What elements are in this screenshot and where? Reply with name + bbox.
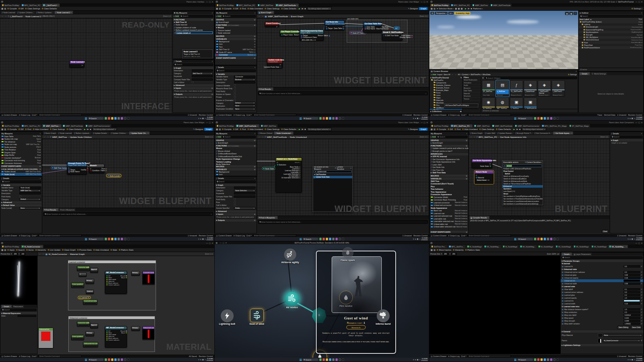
asset-tab[interactable]: M_NodeMage xyxy=(502,245,518,248)
parent-row[interactable]: Parent M_NodeConnector▾↺ xyxy=(561,338,643,343)
taskbar-app-icon[interactable] xyxy=(547,117,549,120)
taskbar-unreal-icon[interactable] xyxy=(556,238,559,240)
toolbar-button[interactable]: ⚙Compile xyxy=(7,8,17,10)
taskbar-app-icon[interactable] xyxy=(104,238,107,240)
taskbar-app-icon[interactable] xyxy=(329,117,331,120)
menu-item[interactable]: Switch on EAdvancedLoopMode xyxy=(502,180,543,183)
outliner-search[interactable]: Search xyxy=(579,15,643,18)
play-button[interactable]: ▶ xyxy=(84,128,86,130)
pin-row[interactable]: Data Table xyxy=(334,28,344,29)
variable-row[interactable]: Connector thicknessFloat xyxy=(0,162,42,165)
pin-row[interactable]: Node Name xyxy=(68,171,80,173)
reset-icon[interactable]: ↺ xyxy=(641,280,642,282)
asset-tab[interactable]: WBP_SkillTreeConnector xyxy=(84,124,111,127)
toolbar-button[interactable]: ⚙Show Inactive xyxy=(436,249,451,251)
back-icon[interactable]: ← xyxy=(1,15,4,17)
node-switch-on-nodestate[interactable]: Switch on s_NodeState ▷default ▷ Selecti… xyxy=(275,158,302,193)
function-row[interactable]: ƒNode selected xyxy=(215,32,257,35)
asset-tab[interactable]: WBP_SkillTreeNode xyxy=(489,4,512,7)
crumb-asset[interactable]: M_NodeConnector xyxy=(49,253,67,255)
preview-size-x[interactable]: 256 xyxy=(443,253,449,255)
tray-network-icon[interactable]: ▦ xyxy=(631,359,633,361)
console-input[interactable]: Enter Console Command xyxy=(39,234,82,237)
toolbar-button[interactable]: ⚙Diff xyxy=(448,128,453,130)
asset-tab[interactable]: WBP_SkillTree xyxy=(471,4,489,7)
pin-row[interactable]: Mask xyxy=(121,277,127,279)
pin-row[interactable]: Corner radiuses xyxy=(106,284,119,286)
details-search[interactable]: Search xyxy=(216,69,256,72)
taskbar-unreal-icon[interactable] xyxy=(338,358,341,361)
menu-search-input[interactable]: ✕anced xyxy=(503,164,542,167)
content-drawer-button[interactable]: ▤Content Drawer xyxy=(431,114,447,116)
taskbar-app-icon[interactable] xyxy=(547,358,549,361)
save-icon[interactable] xyxy=(1,8,3,10)
console-input[interactable]: Enter Console Command xyxy=(253,114,296,116)
taskbar-unreal-icon[interactable] xyxy=(124,358,126,361)
taskbar-app-icon[interactable] xyxy=(332,117,335,120)
skill-airborne-agility[interactable]: Airborne agility xyxy=(281,248,299,264)
graph-tab[interactable]: ƒNode Learned xyxy=(57,131,73,135)
asset-tab[interactable]: BPC_SkillTree_PC_Mage xyxy=(541,124,568,127)
toolbar-button[interactable]: ⚙Class Settings xyxy=(264,8,279,10)
menu-item[interactable]: EAdvanced xyxy=(502,185,543,188)
taskbar-clock[interactable]: 11:08 AM2/13/2024 xyxy=(206,237,213,241)
frame-skip-button[interactable]: ≫ xyxy=(301,8,303,10)
asset-tab[interactable]: MI_NodeMag... xyxy=(483,245,501,248)
taskbar-app-icon[interactable] xyxy=(117,358,120,361)
asset-tab[interactable]: BPC_SkillTree_PC× xyxy=(450,124,473,127)
tray-icon[interactable]: ● xyxy=(200,238,201,240)
browse-icon[interactable] xyxy=(434,249,435,251)
variable-row[interactable]: Learned connectorMaterial Instance xyxy=(430,201,468,204)
back-icon[interactable]: ← xyxy=(258,15,260,17)
forward-icon[interactable]: → xyxy=(262,15,264,17)
taskbar-app-icon[interactable] xyxy=(121,238,123,240)
close-icon[interactable]: × xyxy=(57,209,58,211)
asset-tab[interactable]: WBP_SkillTreeNode xyxy=(62,124,84,127)
asset-card[interactable]: ▦DT_SkillTreeData Table xyxy=(482,80,495,97)
asset-tab[interactable]: MI_NodeMage xyxy=(572,245,590,248)
taskbar-unreal-icon[interactable] xyxy=(338,238,341,240)
detail-row[interactable]: ReplicationNoneNone▾ xyxy=(215,105,257,107)
debug-object-select[interactable]: No debug object selected▾ xyxy=(522,127,547,131)
detail-row[interactable]: Call In Editor▾ xyxy=(215,204,257,207)
unreal-logo-icon[interactable]: U xyxy=(1,1,3,3)
start-button[interactable] xyxy=(85,238,87,240)
taskbar-app-icon[interactable] xyxy=(534,358,536,361)
taskbar-app-icon[interactable] xyxy=(108,117,110,120)
filter-item[interactable]: Material xyxy=(463,92,481,95)
param-learned-pct[interactable]: Learned % xyxy=(78,296,91,299)
parameter-row[interactable]: Unlearned width0.06↺ xyxy=(561,282,643,285)
viewport-menu-icon[interactable]: ☰ xyxy=(430,12,434,15)
pin-row[interactable]: Display Name xyxy=(400,37,413,38)
node-node-learned-2[interactable]: Node Learned 2 ▷ xyxy=(69,61,84,68)
variable-row[interactable]: Pics xyxy=(430,185,468,188)
taskbar-app-icon[interactable] xyxy=(121,358,123,361)
toolbar-button[interactable]: ⚙Search xyxy=(16,249,25,251)
details-tab[interactable]: ƒDetails× xyxy=(561,252,572,256)
taskbar-app-icon[interactable] xyxy=(111,238,113,240)
browse-icon[interactable] xyxy=(434,8,435,10)
asset-tab[interactable]: WBP_SkillTreeNode× xyxy=(235,124,259,127)
toolbar-button[interactable]: ⚙Class Settings xyxy=(50,128,65,130)
tray-volume-icon[interactable]: ◖ xyxy=(419,117,420,119)
eventgraph-row[interactable]: ▸EventGraph xyxy=(430,141,468,144)
taskbar-unreal-icon[interactable] xyxy=(127,358,130,361)
asset-card[interactable]: ◈I_SkillTreePC InternalBlueprint Interf.… xyxy=(538,80,551,97)
tray-volume-icon[interactable]: ◖ xyxy=(634,117,635,119)
collections-row[interactable]: ▸Collections⊕ xyxy=(430,110,462,112)
taskbar-search[interactable]: Search xyxy=(517,117,533,120)
reset-icon[interactable]: ↺ xyxy=(641,294,642,296)
context-sensitive-checkbox[interactable] xyxy=(525,161,526,163)
taskbar-unreal-icon[interactable] xyxy=(124,238,126,240)
variable-row[interactable]: Edge BufferFloat xyxy=(0,154,42,157)
function-row[interactable]: ƒReflect updated research points xyxy=(173,29,214,32)
outliner-row[interactable]: ExponentialHeightFogExponentialHei... xyxy=(579,28,643,31)
interface-fn-row[interactable]: ƒLearn Skill xyxy=(430,163,468,166)
taskbar-app-icon[interactable] xyxy=(108,358,110,361)
start-button[interactable] xyxy=(85,117,87,120)
detail-row[interactable]: Private▾ xyxy=(215,96,257,98)
status-right-item[interactable]: Revision Control xyxy=(199,235,213,237)
taskbar-unreal-icon[interactable] xyxy=(556,117,559,120)
node-multiply-out[interactable]: Multiply xyxy=(131,271,140,276)
function-row[interactable]: ƒOnMouseButtonDown xyxy=(215,153,257,155)
